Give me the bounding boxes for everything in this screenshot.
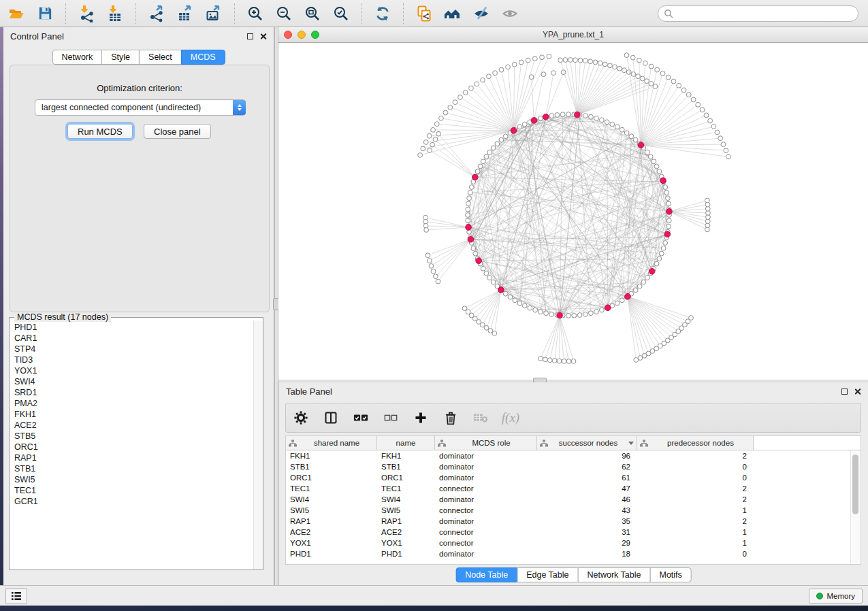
- close-panel-icon[interactable]: [259, 33, 267, 40]
- column-header-name[interactable]: name: [377, 436, 435, 450]
- mcds-result-item[interactable]: SRD1: [14, 387, 253, 398]
- table-row[interactable]: STB1STB1dominator620: [286, 461, 861, 472]
- column-header-successor-nodes[interactable]: successor nodes: [537, 436, 637, 450]
- tab-network[interactable]: Network: [52, 50, 102, 65]
- tab-node-table[interactable]: Node Table: [455, 567, 517, 582]
- criterion-dropdown[interactable]: largest connected component (undirected): [35, 99, 246, 116]
- mcds-result-item[interactable]: SWI5: [14, 474, 253, 485]
- tab-mcds[interactable]: MCDS: [181, 50, 225, 65]
- table-row[interactable]: TEC1TEC1connector472: [286, 483, 861, 494]
- tab-motifs[interactable]: Motifs: [649, 567, 691, 582]
- table-row[interactable]: ORC1ORC1dominator610: [286, 472, 861, 483]
- table-row[interactable]: RAP1RAP1dominator352: [286, 516, 861, 527]
- column-label: MCDS role: [449, 439, 534, 447]
- select-all-button[interactable]: [353, 410, 369, 426]
- table-scrollbar[interactable]: [850, 450, 860, 563]
- attribute-tree-icon: [540, 440, 548, 447]
- open-file-button[interactable]: [5, 3, 27, 24]
- mcds-result-item[interactable]: RAP1: [14, 452, 253, 463]
- mcds-result-item[interactable]: CAR1: [14, 333, 253, 344]
- sidebar-toggle-button[interactable]: [5, 588, 27, 604]
- cell-shared-name: SWI4: [286, 495, 377, 503]
- float-panel-icon[interactable]: [841, 389, 848, 395]
- float-panel-icon[interactable]: [247, 33, 253, 39]
- export-network-icon: [148, 5, 165, 22]
- memory-button[interactable]: Memory: [809, 589, 863, 604]
- fx-icon: f(x): [502, 410, 519, 425]
- mcds-result-item[interactable]: TID3: [14, 354, 253, 365]
- mcds-result-item[interactable]: TEC1: [14, 485, 253, 496]
- scrollbar-thumb[interactable]: [852, 455, 858, 514]
- zoom-in-button[interactable]: [244, 3, 266, 24]
- mcds-result-item[interactable]: STB5: [14, 431, 253, 442]
- run-mcds-button[interactable]: Run MCDS: [67, 124, 133, 139]
- memory-label: Memory: [826, 592, 855, 600]
- search-input[interactable]: [677, 8, 852, 19]
- add-column-button[interactable]: [413, 410, 429, 426]
- cell-MCDS-role: dominator: [435, 495, 537, 503]
- mcds-result-item[interactable]: SWI4: [14, 376, 253, 387]
- tab-style[interactable]: Style: [101, 50, 140, 65]
- table-row[interactable]: PHD1PHD1dominator180: [286, 548, 861, 559]
- mcds-result-list[interactable]: PHD1CAR1STP4TID3YOX1SWI4SRD1PMA2FKH1ACE2…: [10, 322, 253, 569]
- table-row[interactable]: FKH1FKH1dominator962: [286, 450, 861, 461]
- table-header-row: shared namenameMCDS rolesuccessor nodesp…: [286, 436, 861, 450]
- zoom-out-button[interactable]: [273, 3, 295, 24]
- zoom-fit-button[interactable]: [302, 3, 323, 24]
- table-row[interactable]: ACE2ACE2connector311: [286, 527, 861, 538]
- mcds-result-scrollbar[interactable]: [253, 320, 263, 569]
- export-table-icon: [176, 5, 194, 22]
- column-header-shared-name[interactable]: shared name: [286, 436, 377, 450]
- mcds-result-item[interactable]: GCR1: [14, 496, 253, 507]
- table-panel-titlebar: Table Panel: [279, 382, 868, 400]
- show-all-button[interactable]: [499, 3, 521, 24]
- mcds-result-item[interactable]: STB1: [14, 463, 253, 474]
- duplicate-network-button[interactable]: [413, 3, 435, 24]
- first-neighbors-button[interactable]: [442, 3, 464, 24]
- network-canvas[interactable]: [278, 43, 868, 380]
- zoom-selected-button[interactable]: [330, 3, 352, 24]
- columns-icon: [324, 411, 338, 425]
- export-image-button[interactable]: [203, 3, 225, 24]
- mcds-result-item[interactable]: STP4: [14, 344, 253, 354]
- hide-selected-button[interactable]: [470, 3, 492, 24]
- mcds-result-item[interactable]: ACE2: [14, 420, 253, 431]
- cell-shared-name: SWI5: [286, 506, 377, 514]
- column-header-predecessor-nodes[interactable]: predecessor nodes: [637, 436, 754, 450]
- deselect-all-button[interactable]: [383, 410, 399, 426]
- close-panel-icon[interactable]: [854, 388, 861, 395]
- table-options-button[interactable]: [293, 410, 309, 426]
- node-table: shared namenameMCDS rolesuccessor nodesp…: [285, 435, 861, 565]
- mcds-result-item[interactable]: PHD1: [14, 322, 253, 333]
- search-field[interactable]: [658, 5, 858, 22]
- export-network-button[interactable]: [146, 3, 167, 24]
- mcds-result-box: MCDS result (17 nodes) PHD1CAR1STP4TID3Y…: [9, 317, 263, 570]
- table-row[interactable]: YOX1YOX1connector291: [286, 538, 861, 548]
- mcds-result-item[interactable]: YOX1: [14, 365, 253, 376]
- search-icon: [664, 9, 673, 18]
- import-network-button[interactable]: [76, 3, 97, 24]
- toolbar-divider: [234, 3, 235, 24]
- refresh-layout-button[interactable]: [372, 3, 393, 24]
- delete-column-button[interactable]: [443, 410, 459, 426]
- mcds-result-item[interactable]: PMA2: [14, 398, 253, 409]
- save-session-button[interactable]: [34, 3, 56, 24]
- tab-edge-table[interactable]: Edge Table: [517, 567, 578, 582]
- mcds-result-item[interactable]: FKH1: [14, 409, 253, 420]
- close-panel-button[interactable]: Close panel: [144, 124, 211, 139]
- cell-successor-nodes: 35: [537, 517, 637, 525]
- export-table-button[interactable]: [174, 3, 196, 24]
- network-window-titlebar[interactable]: YPA_prune.txt_1: [278, 27, 868, 43]
- show-columns-button[interactable]: [323, 410, 339, 426]
- table-row[interactable]: SWI5SWI5connector431: [286, 505, 861, 516]
- column-header-MCDS-role[interactable]: MCDS role: [435, 436, 537, 450]
- import-table-button[interactable]: [104, 3, 126, 24]
- tab-select[interactable]: Select: [139, 50, 182, 65]
- table-row[interactable]: SWI4SWI4dominator462: [286, 494, 861, 505]
- column-label: predecessor nodes: [651, 439, 750, 447]
- tab-network-table[interactable]: Network Table: [578, 567, 651, 582]
- cell-MCDS-role: dominator: [435, 550, 537, 558]
- toolbar-divider: [361, 3, 362, 24]
- function-builder-button-disabled: f(x): [502, 410, 519, 426]
- mcds-result-item[interactable]: ORC1: [14, 442, 253, 452]
